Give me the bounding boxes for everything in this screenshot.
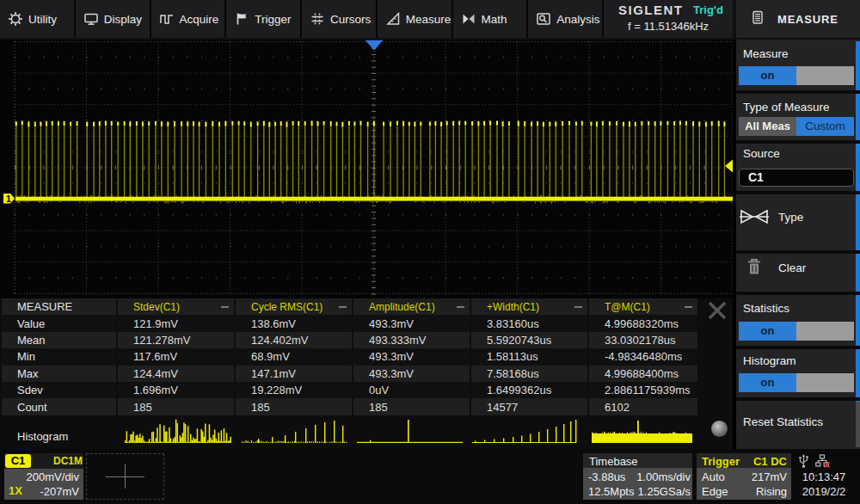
svg-text:1: 1: [6, 194, 11, 204]
